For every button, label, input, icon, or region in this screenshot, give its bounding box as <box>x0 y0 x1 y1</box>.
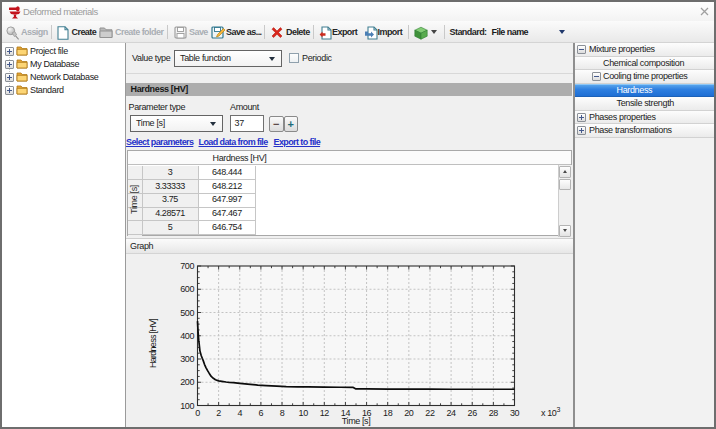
svg-text:26: 26 <box>468 408 478 418</box>
svg-text:28: 28 <box>489 408 499 418</box>
svg-text:10: 10 <box>299 408 309 418</box>
svg-text:x 103: x 103 <box>541 406 560 418</box>
svg-text:300: 300 <box>180 354 194 364</box>
svg-text:600: 600 <box>180 284 194 294</box>
svg-text:400: 400 <box>180 331 194 341</box>
svg-text:12: 12 <box>320 408 330 418</box>
svg-text:20: 20 <box>404 408 414 418</box>
svg-text:24: 24 <box>446 408 456 418</box>
svg-text:30: 30 <box>510 408 520 418</box>
svg-text:0: 0 <box>195 408 200 418</box>
svg-text:2: 2 <box>216 408 221 418</box>
svg-text:700: 700 <box>180 261 194 271</box>
svg-text:4: 4 <box>237 408 242 418</box>
svg-text:100: 100 <box>180 401 194 411</box>
svg-text:500: 500 <box>180 308 194 318</box>
svg-text:Hardness [HV]: Hardness [HV] <box>148 319 158 368</box>
svg-text:Time [s]: Time [s] <box>342 416 370 426</box>
svg-text:6: 6 <box>259 408 264 418</box>
svg-text:22: 22 <box>425 408 435 418</box>
svg-text:200: 200 <box>180 377 194 387</box>
svg-text:18: 18 <box>383 408 393 418</box>
svg-text:8: 8 <box>280 408 285 418</box>
